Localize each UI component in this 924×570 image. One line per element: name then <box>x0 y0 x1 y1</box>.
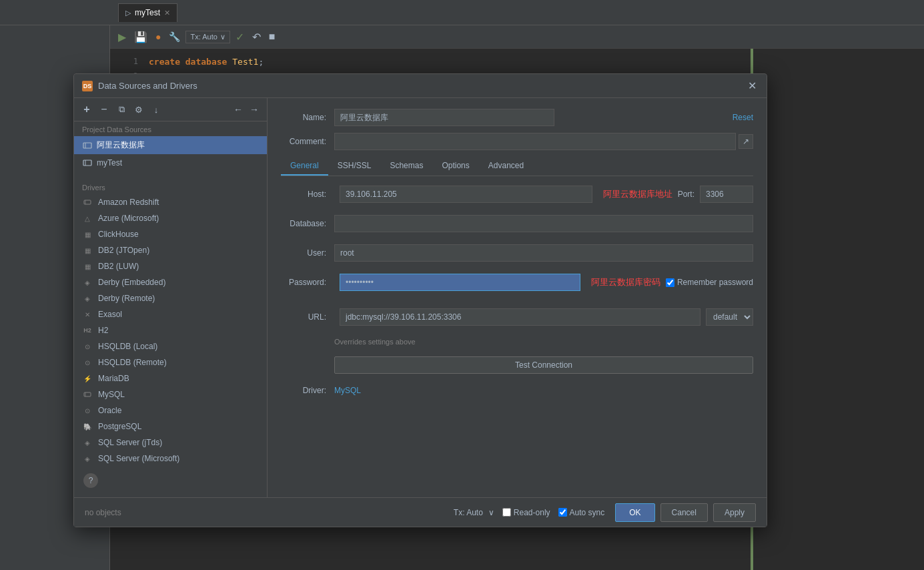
readonly-checkbox[interactable] <box>502 508 511 517</box>
tab-mytest[interactable]: ▷ myTest ✕ <box>118 3 177 22</box>
password-row: Password: 阿里云数据库密码 Remember password <box>281 274 753 291</box>
driver-icon-azure: △ <box>82 213 93 224</box>
user-input[interactable] <box>334 244 753 262</box>
autosync-checkbox[interactable] <box>558 508 567 517</box>
remove-datasource-button[interactable]: − <box>97 102 111 117</box>
port-input[interactable] <box>700 186 753 203</box>
nav-back-button[interactable]: ← <box>231 102 246 117</box>
name-input[interactable] <box>334 109 554 126</box>
driver-icon-db2jtopen: ▦ <box>82 245 93 256</box>
datasource-item-aliyun[interactable]: 阿里云数据库 <box>74 136 267 154</box>
tab-sshssl[interactable]: SSH/SSL <box>328 157 381 176</box>
toolbar-icon-purple[interactable]: ● <box>153 30 163 43</box>
datasource-item-mytest[interactable]: myTest <box>74 154 267 172</box>
tab-close-icon[interactable]: ✕ <box>164 9 170 17</box>
driver-link[interactable]: MySQL <box>334 386 361 395</box>
help-button[interactable]: ? <box>83 473 98 488</box>
driver-mariadb[interactable]: ⚡ MariaDB <box>74 370 267 386</box>
driver-derby-remote[interactable]: ◈ Derby (Remote) <box>74 290 267 306</box>
driver-sqlserver-ms[interactable]: ◈ SQL Server (Microsoft) <box>74 451 267 464</box>
driver-exasol[interactable]: ✕ Exasol <box>74 306 267 322</box>
settings-button[interactable]: ⚙ <box>131 102 146 117</box>
driver-derby-embedded[interactable]: ◈ Derby (Embedded) <box>74 274 267 290</box>
left-panel: + − ⧉ ⚙ ↓ ← → <box>74 98 268 497</box>
driver-hsqldb-remote[interactable]: ⊙ HSQLDB (Remote) <box>74 354 267 370</box>
driver-amazon-redshift[interactable]: Amazon Redshift <box>74 194 267 210</box>
driver-icon-postgresql: 🐘 <box>82 421 93 432</box>
driver-icon-sqlserver-jtds: ◈ <box>82 437 93 448</box>
port-label: Port: <box>678 190 695 199</box>
tab-label: myTest <box>135 8 160 17</box>
driver-icon-sqlserver-ms: ◈ <box>82 453 93 464</box>
name-label: Name: <box>281 113 334 122</box>
undo-icon[interactable]: ↶ <box>250 29 264 45</box>
tx-dropdown[interactable]: Tx: Auto ∨ <box>185 31 229 43</box>
reset-link[interactable]: Reset <box>733 113 753 122</box>
right-panel: Name: Reset Comment: ↗ General SSH/SSL S… <box>268 98 767 497</box>
tabs-row: General SSH/SSL Schemas Options Advanced <box>281 157 753 176</box>
code-line-1: 1 create database Test1; <box>110 54 924 69</box>
driver-icon-hsqldb-local: ⊙ <box>82 341 93 352</box>
stop-icon[interactable]: ■ <box>266 29 278 44</box>
driver-mysql[interactable]: MySQL <box>74 386 267 402</box>
driver-icon-derby-emb: ◈ <box>82 277 93 288</box>
comment-label: Comment: <box>281 137 334 146</box>
driver-icon-hsqldb-remote: ⊙ <box>82 357 93 368</box>
left-toolbar: + − ⧉ ⚙ ↓ ← → <box>74 98 267 121</box>
driver-clickhouse[interactable]: ▦ ClickHouse <box>74 226 267 242</box>
apply-button[interactable]: Apply <box>713 503 756 522</box>
name-row: Name: Reset <box>281 109 753 126</box>
svg-rect-4 <box>84 200 91 204</box>
tab-schemas[interactable]: Schemas <box>380 157 432 176</box>
tx-area: Tx: Auto ∨ <box>454 508 494 517</box>
ide-top-toolbar: ▷ myTest ✕ <box>0 0 924 25</box>
driver-oracle[interactable]: ⊙ Oracle <box>74 402 267 418</box>
driver-h2[interactable]: H2 H2 <box>74 322 267 338</box>
drivers-list: Amazon Redshift △ Azure (Microsoft) ▦ Cl… <box>74 194 267 464</box>
ide-secondary-toolbar: ▶ 💾 ● 🔧 Tx: Auto ∨ ✓ ↶ ■ <box>110 25 924 49</box>
host-input[interactable] <box>340 186 592 203</box>
ok-button[interactable]: OK <box>615 503 654 522</box>
add-datasource-button[interactable]: + <box>79 102 94 117</box>
datasource-icon-mytest <box>82 158 93 168</box>
run-button[interactable]: ▶ <box>115 29 129 45</box>
remember-label: Remember password <box>677 278 753 287</box>
url-label: URL: <box>281 312 334 322</box>
database-label: Database: <box>281 219 334 228</box>
project-section-label: Project Data Sources <box>74 121 267 136</box>
tx-chevron-icon[interactable]: ∨ <box>488 508 494 517</box>
cancel-button[interactable]: Cancel <box>660 503 708 522</box>
nav-forward-button[interactable]: → <box>247 102 262 117</box>
driver-db2-jtopen[interactable]: ▦ DB2 (JTOpen) <box>74 242 267 258</box>
modal-titlebar: DS Data Sources and Drivers ✕ <box>74 74 767 98</box>
driver-azure[interactable]: △ Azure (Microsoft) <box>74 210 267 226</box>
tab-general[interactable]: General <box>281 157 328 176</box>
remember-password-checkbox[interactable] <box>666 278 674 287</box>
tab-options[interactable]: Options <box>432 157 478 176</box>
tab-advanced[interactable]: Advanced <box>479 157 533 176</box>
user-row: User: <box>281 244 753 262</box>
driver-sqlserver-jtds[interactable]: ◈ SQL Server (jTds) <box>74 435 267 451</box>
check-icon[interactable]: ✓ <box>233 29 247 45</box>
expand-comment-button[interactable]: ↗ <box>739 134 753 149</box>
datasource-icon-aliyun <box>82 140 93 151</box>
url-type-select[interactable]: default <box>706 308 753 326</box>
database-input[interactable] <box>334 215 753 232</box>
overrides-text: Overrides settings above <box>334 338 753 346</box>
user-label: User: <box>281 248 334 258</box>
test-connection-button[interactable]: Test Connection <box>334 356 753 374</box>
driver-icon-amazon <box>82 197 93 208</box>
toolbar-icon-save[interactable]: 💾 <box>131 29 150 45</box>
driver-postgresql[interactable]: 🐘 PostgreSQL <box>74 418 267 435</box>
toolbar-icon-wrench[interactable]: 🔧 <box>166 30 183 43</box>
import-button[interactable]: ↓ <box>149 102 163 117</box>
driver-db2-luw[interactable]: ▦ DB2 (LUW) <box>74 258 267 274</box>
url-input[interactable] <box>340 308 701 326</box>
modal-close-button[interactable]: ✕ <box>745 79 759 93</box>
comment-input[interactable] <box>334 133 736 150</box>
copy-datasource-button[interactable]: ⧉ <box>114 102 129 117</box>
driver-hsqldb-local[interactable]: ⊙ HSQLDB (Local) <box>74 338 267 354</box>
driver-icon-db2luw: ▦ <box>82 261 93 272</box>
remember-row: Remember password <box>666 278 753 287</box>
password-input[interactable] <box>340 274 580 291</box>
